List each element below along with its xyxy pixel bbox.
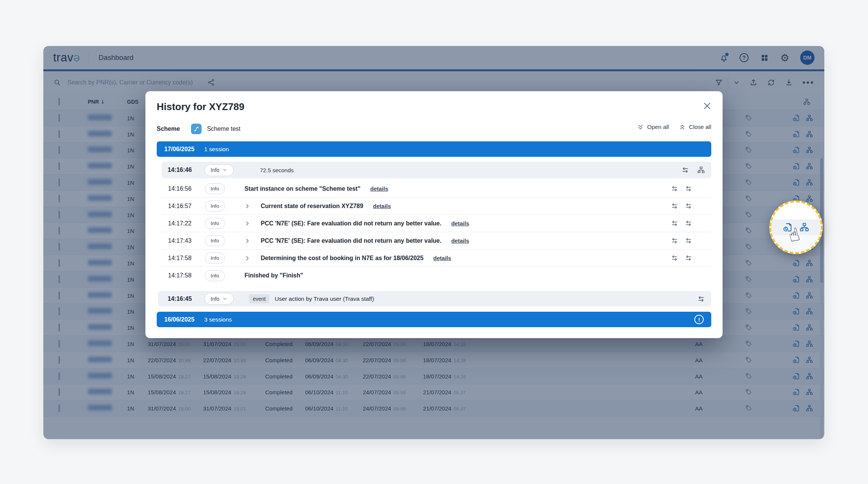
close-icon[interactable]	[702, 101, 712, 111]
log-level-dropdown[interactable]: Info	[205, 164, 234, 176]
info-icon: !	[694, 315, 704, 324]
details-link[interactable]: details	[451, 237, 469, 244]
scheme-row: Scheme Scheme test	[157, 124, 240, 134]
swap-icon[interactable]	[685, 219, 692, 227]
log-list: 14:16:56InfoStart instance on scheme "Sc…	[162, 180, 711, 284]
expand-chevron-icon[interactable]	[245, 238, 261, 244]
swap-icon[interactable]	[671, 254, 679, 262]
swap-icon[interactable]	[671, 219, 679, 227]
swap-icon[interactable]	[685, 254, 692, 262]
page: travə Dashboard ? ⚙ DM Search by PN	[0, 0, 868, 484]
log-level-badge: Info	[205, 270, 225, 281]
log-time: 14:16:57	[168, 203, 205, 210]
modal-title: History for XYZ789	[157, 101, 245, 113]
close-all-button[interactable]: Close all	[679, 124, 711, 130]
log-row[interactable]: 14:17:43InfoPCC 'N7E' (SE): Fare evaluat…	[162, 232, 711, 250]
swap-icon[interactable]	[685, 185, 692, 193]
event-chip: event	[249, 294, 269, 303]
swap-icon[interactable]	[681, 166, 689, 174]
log-message: Start instance on scheme "Scheme test"	[245, 185, 361, 192]
log-level-dropdown[interactable]: Info	[205, 293, 234, 305]
session-duration: 72.5 seconds	[260, 167, 293, 173]
log-level-badge: Info	[205, 218, 225, 229]
expand-chevron-icon[interactable]	[245, 255, 261, 261]
log-level-badge: Info	[205, 235, 225, 246]
log-message: PCC 'N7E' (SE): Fare evaluation did not …	[261, 237, 442, 244]
chevron-down-icon	[222, 296, 228, 302]
spotlight-highlight: ☝	[769, 201, 823, 254]
log-level-badge: Info	[205, 201, 225, 211]
swap-icon[interactable]	[671, 202, 679, 210]
log-time: 14:16:56	[168, 185, 205, 192]
log-row[interactable]: 14:16:56InfoStart instance on scheme "Sc…	[162, 180, 711, 198]
details-link[interactable]: details	[451, 220, 469, 227]
session-day-group[interactable]: 16/06/2025 3 sessions !	[157, 312, 711, 327]
swap-icon[interactable]	[671, 185, 679, 193]
chevron-down-icon	[222, 167, 228, 173]
log-row[interactable]: 14:17:58InfoDetermining the cost of book…	[162, 250, 711, 267]
hierarchy-icon[interactable]	[799, 222, 810, 233]
scheme-name: Scheme test	[207, 126, 240, 132]
expand-chevron-icon[interactable]	[245, 221, 261, 227]
log-message: PCC 'N7E' (SE): Fare evaluation did not …	[261, 220, 442, 227]
swap-icon[interactable]	[671, 237, 679, 245]
details-link[interactable]: details	[370, 185, 388, 192]
log-row[interactable]: 14:17:58InfoFinished by "Finish"	[162, 267, 711, 284]
log-level-badge: Info	[205, 253, 225, 263]
log-level-badge: Info	[205, 183, 225, 194]
hierarchy-icon[interactable]	[697, 166, 705, 174]
log-time: 14:17:22	[168, 220, 205, 227]
scheme-label: Scheme	[157, 126, 180, 132]
session-summary-row[interactable]: 14:16:46 Info 72.5 seconds	[162, 162, 711, 178]
log-message: Determining the cost of booking in N7E a…	[261, 255, 423, 262]
details-link[interactable]: details	[433, 255, 451, 261]
double-chevron-up-icon	[679, 124, 686, 130]
expand-chevron-icon[interactable]	[245, 203, 261, 209]
log-time: 14:17:58	[168, 255, 205, 262]
swap-icon[interactable]	[685, 202, 692, 210]
swap-icon[interactable]	[685, 237, 692, 245]
event-row[interactable]: 14:16:45 Info event User action by Trava…	[158, 291, 711, 306]
log-message: Current state of reservation XYZ789	[261, 203, 363, 210]
session-day-group[interactable]: 17/06/2025 1 session	[157, 141, 711, 157]
log-row[interactable]: 14:16:57InfoCurrent state of reservation…	[162, 198, 711, 215]
double-chevron-down-icon	[637, 124, 644, 130]
details-link[interactable]: details	[373, 203, 391, 209]
swap-icon[interactable]	[697, 295, 705, 303]
event-message: User action by Trava user (Trava staff)	[275, 296, 374, 302]
log-row[interactable]: 14:17:22InfoPCC 'N7E' (SE): Fare evaluat…	[162, 215, 711, 232]
log-time: 14:17:58	[168, 272, 205, 279]
history-modal: History for XYZ789 Scheme Scheme test Op…	[145, 91, 723, 338]
log-time: 14:17:43	[168, 237, 205, 244]
log-message: Finished by "Finish"	[245, 272, 303, 279]
scheme-icon	[191, 124, 202, 134]
open-all-button[interactable]: Open all	[637, 124, 669, 130]
